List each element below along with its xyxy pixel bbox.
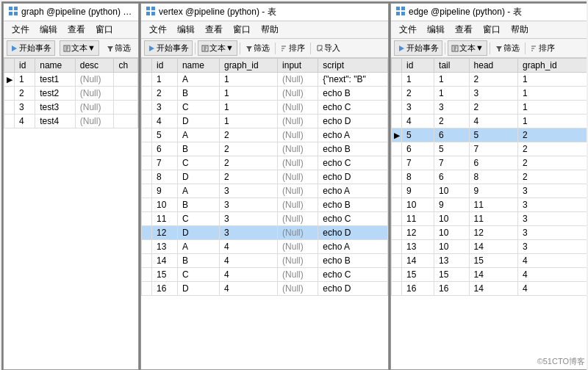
table-row[interactable]: 7C2(Null)echo C [142,156,388,170]
menu-item-文件[interactable]: 文件 [144,22,172,37]
col-header-indicator [4,59,15,73]
table-row[interactable]: 109113 [392,198,587,212]
col-header-name[interactable]: name [177,59,219,73]
table-row[interactable]: 6B2(Null)echo B [142,142,388,156]
table-row[interactable]: 4241 [392,115,587,128]
menu-item-帮助[interactable]: 帮助 [506,22,534,37]
menu-item-帮助[interactable]: 帮助 [256,22,284,37]
text-btn[interactable]: 文本▼ [198,40,237,56]
table-row[interactable]: 8682 [392,170,587,184]
table-row[interactable]: 1210123 [392,226,587,240]
table-row[interactable]: 9A3(Null)echo A [142,184,388,198]
table-row[interactable]: 7762 [392,156,587,170]
table-row[interactable]: 11C3(Null)echo C [142,212,388,226]
filter-btn[interactable]: 筛选 [104,41,134,55]
col-header-id[interactable]: id [15,59,35,73]
svg-rect-30 [401,12,405,15]
menu-item-窗口[interactable]: 窗口 [90,22,118,37]
row-indicator [4,115,15,128]
filter-btn[interactable]: 筛选 [243,41,273,55]
table-icon [146,6,156,18]
col-header-id[interactable]: id [152,59,178,73]
table-row[interactable]: 4D1(Null)echo D [142,115,388,128]
cell-13-1: 13 [434,254,469,268]
cell-11-3: (Null) [278,226,318,240]
menu-item-文件[interactable]: 文件 [394,22,422,37]
col-header-head[interactable]: head [469,59,517,73]
table-row[interactable]: 16D4(Null)echo D [142,282,388,296]
table-row[interactable]: 1616144 [392,282,587,296]
menu-item-查看[interactable]: 查看 [450,22,478,37]
menu-item-编辑[interactable]: 编辑 [422,22,450,37]
table-row[interactable]: 1413154 [392,254,587,268]
cell-2-3: (Null) [278,101,318,115]
table-row[interactable]: 2131 [392,87,587,101]
table-row[interactable]: 5A2(Null)echo A [142,128,388,142]
col-header-graph_id[interactable]: graph_id [219,59,277,73]
table-row[interactable]: 91093 [392,184,587,198]
table-row[interactable]: 3test3(Null) [4,101,138,115]
cell-5-3: (Null) [278,142,318,156]
sort-btn[interactable]: 排序 [528,41,558,55]
cell-14-1: C [177,268,219,282]
table-row[interactable]: 3C1(Null)echo C [142,101,388,115]
table-row[interactable]: ▶1test1(Null) [4,73,138,87]
table-row[interactable]: 15C4(Null)echo C [142,268,388,282]
table-row[interactable]: 1121 [392,73,587,87]
table-row[interactable]: 8D2(Null)echo D [142,170,388,184]
menu-item-查看[interactable]: 查看 [62,22,90,37]
cell-7-3: 2 [518,170,587,184]
svg-rect-29 [396,12,400,15]
table-row[interactable]: 3321 [392,101,587,115]
table-row[interactable]: 13A4(Null)echo A [142,240,388,254]
svg-rect-3 [14,12,18,15]
import-btn[interactable]: 导入 [313,41,343,55]
col-header-graph_id[interactable]: graph_id [518,59,587,73]
table-row[interactable]: 4test4(Null) [4,115,138,128]
window-title-graph: graph @pipeline (python) - 表 [21,6,134,18]
table-row[interactable]: 14B4(Null)echo B [142,254,388,268]
cell-15-2: 14 [469,282,517,296]
cell-5-1: 5 [434,142,469,156]
cell-0-0: 1 [15,73,35,87]
col-header-ch[interactable]: ch [114,59,138,73]
table-row[interactable]: 2test2(Null) [4,87,138,101]
start-transaction-btn[interactable]: 开始事务 [394,40,442,56]
table-row[interactable]: 12D3(Null)echo D [142,226,388,240]
col-header-tail[interactable]: tail [434,59,469,73]
col-header-id[interactable]: id [402,59,434,73]
col-header-input[interactable]: input [278,59,318,73]
col-header-desc[interactable]: desc [75,59,114,73]
menu-item-查看[interactable]: 查看 [200,22,228,37]
menu-item-窗口[interactable]: 窗口 [478,22,506,37]
table-row[interactable]: 6572 [392,142,587,156]
row-indicator [392,226,402,240]
col-header-script[interactable]: script [318,59,388,73]
table-row[interactable]: 2B1(Null)echo B [142,87,388,101]
table-row[interactable]: 1310143 [392,240,587,254]
cell-9-2: 3 [219,198,277,212]
table-row[interactable]: ▶5652 [392,128,587,142]
table-row[interactable]: 1110113 [392,212,587,226]
table-edge: idtailheadgraph_id1121213133214241▶56526… [391,58,587,296]
menu-item-编辑[interactable]: 编辑 [35,22,62,37]
svg-rect-13 [146,7,150,10]
col-header-name[interactable]: name [35,59,75,73]
row-indicator [392,198,402,212]
start-transaction-btn[interactable]: 开始事务 [144,40,193,56]
table-row[interactable]: 1A1(Null){"next": "B" [142,73,388,87]
table-row[interactable]: 1515144 [392,268,587,282]
text-btn[interactable]: 文本▼ [448,40,487,56]
cell-15-0: 16 [402,282,434,296]
filter-btn[interactable]: 筛选 [492,41,523,55]
start-transaction-btn[interactable]: 开始事务 [7,40,55,56]
menu-item-窗口[interactable]: 窗口 [228,22,256,37]
menu-item-编辑[interactable]: 编辑 [172,22,200,37]
text-btn[interactable]: 文本▼ [60,40,99,56]
svg-rect-14 [151,7,155,10]
sort-btn[interactable]: 排序 [278,41,308,55]
menu-item-文件[interactable]: 文件 [7,22,35,37]
table-row[interactable]: 10B3(Null)echo B [142,198,388,212]
cell-7-2: 8 [469,170,517,184]
window-graph: graph @pipeline (python) - 表文件编辑查看窗口 开始事… [3,3,139,370]
